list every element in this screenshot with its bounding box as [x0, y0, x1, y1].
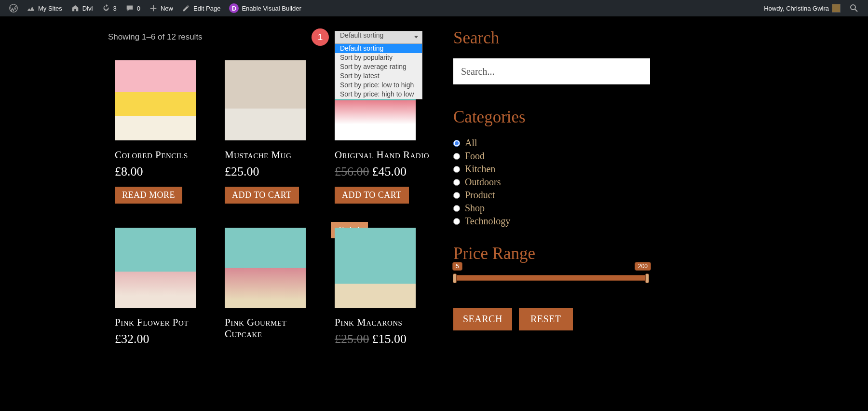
reset-button[interactable]: RESET [519, 308, 573, 330]
product-card[interactable]: Mustache Mug £25.00 ADD TO CART [225, 60, 321, 204]
product-price: £56.00£45.00 [335, 164, 431, 179]
product-title: Mustache Mug [225, 149, 321, 161]
category-label: Product [465, 190, 495, 201]
price-range-heading: Price Range [453, 244, 656, 263]
category-radio[interactable] [453, 140, 460, 147]
read-more-button[interactable]: READ MORE [115, 187, 182, 204]
sort-selected-value: Default sorting [340, 31, 383, 39]
category-item-outdoors[interactable]: Outdoors [453, 177, 656, 188]
admin-search[interactable] [845, 0, 863, 16]
divi-icon: D [229, 3, 239, 13]
product-price: £25.00 [225, 164, 321, 179]
product-card[interactable]: Colored Pencils £8.00 READ MORE [115, 60, 211, 204]
price-max-handle[interactable] [645, 274, 649, 283]
product-image [115, 60, 196, 140]
new-label: New [161, 5, 173, 12]
user-greeting[interactable]: Howdy, Christina Gwira [760, 0, 845, 16]
home-icon [71, 4, 80, 13]
sort-option-popularity[interactable]: Sort by popularity [335, 53, 422, 62]
site-name[interactable]: Divi [67, 0, 97, 16]
comments[interactable]: 0 [121, 0, 145, 16]
category-item-product[interactable]: Product [453, 190, 656, 201]
sort-select[interactable]: Default sorting [335, 31, 422, 43]
current-price: £15.00 [372, 332, 407, 346]
product-image [335, 228, 416, 308]
add-to-cart-button[interactable]: ADD TO CART [225, 187, 299, 204]
category-radio[interactable] [453, 153, 460, 160]
product-image [115, 228, 196, 308]
category-label: Food [465, 151, 485, 162]
wp-admin-bar: My Sites Divi 3 0 New Edit Page D Enable… [0, 0, 868, 16]
sort-option-price-low[interactable]: Sort by price: low to high [335, 81, 422, 90]
product-price: £32.00 [115, 332, 211, 346]
category-item-technology[interactable]: Technology [453, 216, 656, 227]
product-title: Colored Pencils [115, 149, 211, 161]
category-radio[interactable] [453, 192, 460, 199]
product-price: £8.00 [115, 164, 211, 179]
price-min-handle[interactable] [453, 274, 457, 283]
avatar [832, 4, 841, 13]
product-image [225, 60, 306, 140]
category-item-kitchen[interactable]: Kitchen [453, 164, 656, 175]
sort-option-default[interactable]: Default sorting [335, 44, 422, 53]
comments-count: 0 [137, 5, 140, 12]
sidebar: Search Categories All Food Kitchen Outdo… [453, 28, 656, 354]
category-item-food[interactable]: Food [453, 151, 656, 162]
edit-page-label: Edit Page [193, 5, 220, 12]
category-radio[interactable] [453, 205, 460, 212]
site-name-label: Divi [82, 5, 93, 12]
search-icon [849, 3, 859, 13]
comment-icon [125, 4, 134, 13]
product-card[interactable]: Pink Gourmet Cupcake [225, 228, 321, 354]
enable-visual-builder[interactable]: D Enable Visual Builder [225, 0, 305, 16]
updates[interactable]: 3 [97, 0, 121, 16]
category-label: Shop [465, 203, 485, 214]
price-slider[interactable]: 5 200 [453, 275, 649, 281]
howdy-text: Howdy, Christina Gwira [764, 5, 829, 12]
category-radio[interactable] [453, 179, 460, 186]
result-count: Showing 1–6 of 12 results [108, 32, 203, 42]
sort-option-rating[interactable]: Sort by average rating [335, 62, 422, 71]
plus-icon [149, 4, 158, 13]
updates-count: 3 [113, 5, 117, 12]
product-card[interactable]: Sale! Pink Macarons £25.00£15.00 [335, 228, 431, 354]
sort-option-latest[interactable]: Sort by latest [335, 71, 422, 81]
product-title: Pink Macarons [335, 316, 431, 328]
price-max-label: 200 [635, 262, 651, 271]
refresh-icon [102, 4, 110, 13]
category-label: All [465, 137, 477, 149]
product-image [225, 228, 306, 308]
sort-option-price-high[interactable]: Sort by price: high to low [335, 90, 422, 99]
category-radio[interactable] [453, 166, 460, 173]
visual-builder-label: Enable Visual Builder [242, 5, 301, 12]
category-item-all[interactable]: All [453, 137, 656, 149]
category-label: Kitchen [465, 164, 495, 175]
sites-icon [27, 4, 35, 13]
product-title: Original Hand Radio [335, 149, 431, 161]
my-sites[interactable]: My Sites [22, 0, 67, 16]
new-content[interactable]: New [145, 0, 177, 16]
shop-area: Showing 1–6 of 12 results 1 Default sort… [106, 28, 424, 354]
wp-logo[interactable] [5, 0, 22, 16]
search-button[interactable]: SEARCH [453, 308, 512, 330]
search-input[interactable] [453, 58, 650, 84]
svg-point-1 [851, 5, 855, 10]
annotation-badge: 1 [312, 28, 329, 46]
add-to-cart-button[interactable]: ADD TO CART [335, 187, 409, 204]
my-sites-label: My Sites [38, 5, 62, 12]
category-label: Outdoors [465, 177, 501, 188]
current-price: £45.00 [372, 164, 407, 178]
product-title: Pink Gourmet Cupcake [225, 316, 321, 340]
category-radio[interactable] [453, 218, 460, 225]
categories-heading: Categories [453, 108, 656, 127]
price-min-label: 5 [452, 262, 462, 271]
product-price: £25.00£15.00 [335, 332, 431, 346]
search-heading: Search [453, 28, 656, 48]
category-item-shop[interactable]: Shop [453, 203, 656, 214]
pencil-icon [182, 4, 190, 13]
old-price: £56.00 [335, 164, 369, 178]
product-card[interactable]: Pink Flower Pot £32.00 [115, 228, 211, 354]
wordpress-icon [9, 4, 18, 13]
sort-dropdown: Default sorting Sort by popularity Sort … [335, 43, 422, 99]
edit-page[interactable]: Edit Page [177, 0, 225, 16]
